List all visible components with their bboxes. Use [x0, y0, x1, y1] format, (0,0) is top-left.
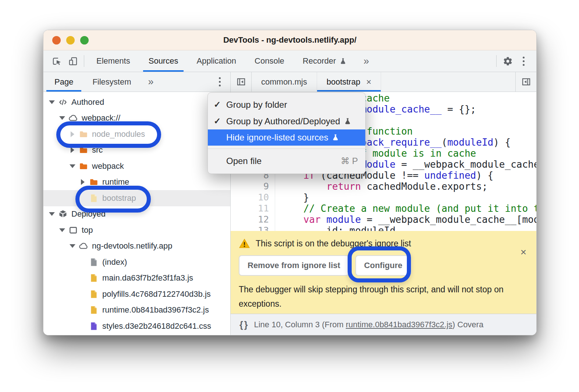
ignore-list-banner: This script is on the debugger's ignore … — [231, 231, 536, 314]
tree-item-label: styles.d3e2b24618d2c641.css — [102, 321, 211, 331]
tree-item-label: Authored — [71, 97, 104, 107]
settings-gear-icon[interactable] — [500, 50, 516, 72]
more-sidebar-tabs-icon[interactable]: » — [141, 72, 161, 92]
tree-item-authored[interactable]: Authored — [43, 94, 230, 110]
editor-tab-bootstrap[interactable]: bootstrap × — [317, 72, 381, 92]
line-number[interactable]: 9 — [231, 181, 275, 192]
tree-item-webpack[interactable]: webpack — [43, 158, 230, 174]
tree-item-webpack[interactable]: webpack:// — [43, 110, 230, 126]
tree-item-runtime-0b841bad3967f3c2-js[interactable]: runtime.0b841bad3967f3c2.js — [43, 302, 230, 318]
tree-item-label: Deployed — [71, 209, 106, 219]
folder-icon — [78, 161, 89, 171]
tree-item-label: webpack — [92, 161, 124, 171]
cloud-icon — [78, 241, 89, 251]
toolbar-divider — [84, 55, 84, 67]
tree-item-deployed[interactable]: Deployed — [43, 206, 230, 222]
tree-item-ng-devtools-netlify-app[interactable]: ng-devtools.netlify.app — [43, 238, 230, 254]
sidebar-kebab-menu-icon[interactable] — [212, 72, 227, 92]
tab-page[interactable]: Page — [45, 72, 83, 92]
pretty-print-icon[interactable]: {} — [239, 320, 249, 330]
panel-tabs: ElementsSourcesApplicationConsoleRecorde… — [87, 50, 356, 72]
checkmark-icon: ✓ — [214, 100, 226, 110]
tree-item-label: top — [82, 225, 93, 235]
menu-item-group-by-folder[interactable]: ✓Group by folder — [208, 96, 365, 113]
more-panels-icon[interactable]: » — [356, 50, 376, 72]
expander-down-icon[interactable] — [47, 100, 57, 104]
expander-right-icon[interactable] — [68, 147, 77, 153]
show-debugger-panel-icon[interactable] — [515, 72, 536, 92]
configure-button[interactable]: Configure — [355, 255, 411, 276]
expander-down-icon[interactable] — [57, 228, 67, 232]
code-line-11: 11 // Create a new module (and put it in… — [231, 203, 536, 214]
inspect-icon[interactable] — [49, 50, 65, 72]
line-number[interactable]: 12 — [231, 214, 275, 225]
code-line-13: 13 id: moduleId, — [231, 225, 536, 231]
editor-tab-label: common.mjs — [261, 77, 307, 87]
tree-item-bootstrap[interactable]: bootstrap — [43, 190, 230, 206]
tab-filesystem[interactable]: Filesystem — [83, 72, 141, 92]
tree-item-src[interactable]: src — [43, 142, 230, 158]
expander-down-icon[interactable] — [68, 244, 77, 248]
expander-down-icon[interactable] — [57, 116, 67, 120]
line-number[interactable]: 11 — [231, 203, 275, 214]
banner-description: The debugger will skip stepping through … — [239, 282, 522, 311]
expander-down-icon[interactable] — [47, 212, 57, 216]
code-text: return cachedModule.exports; — [275, 181, 488, 192]
tree-item-top[interactable]: top — [43, 222, 230, 238]
cursor-position: Line 10, Column 3 — [254, 320, 320, 329]
editor-tabstrip: common.mjs bootstrap × — [231, 72, 536, 92]
tree-item-label: main.da63f7b2fe3f1fa3.js — [102, 273, 193, 283]
banner-close-icon[interactable]: × — [521, 247, 526, 257]
toolbar-divider — [496, 55, 497, 67]
kebab-menu-icon[interactable] — [516, 50, 531, 72]
tree-item-node-modules[interactable]: node_modules — [43, 126, 230, 142]
expander-right-icon[interactable] — [68, 131, 77, 137]
tree-item-main-da63f7b2fe3f1fa3-js[interactable]: main.da63f7b2fe3f1fa3.js — [43, 270, 230, 286]
tab-sources[interactable]: Sources — [139, 50, 188, 72]
file-gray-icon — [88, 257, 99, 267]
expander-down-icon[interactable] — [68, 164, 77, 168]
editor-tab-common-mjs[interactable]: common.mjs — [252, 72, 317, 92]
tree-item-runtime[interactable]: runtime — [43, 174, 230, 190]
checkmark-icon: ✓ — [214, 116, 226, 126]
tree-item-label: node_modules — [92, 129, 145, 139]
code-icon — [57, 97, 68, 107]
statusbar-suffix: ) Covera — [452, 320, 483, 329]
close-tab-icon[interactable]: × — [366, 78, 371, 86]
editor-tab-label: bootstrap — [327, 77, 360, 87]
line-number[interactable]: 13 — [231, 225, 275, 231]
tab-label: Sources — [149, 56, 178, 66]
tree-item-index[interactable]: (index) — [43, 254, 230, 270]
tree-item-label: src — [92, 145, 103, 155]
tree-item-styles-d3e2b24618d2c641-css[interactable]: styles.d3e2b24618d2c641.css — [43, 318, 230, 334]
experiment-flask-icon — [339, 57, 347, 65]
collapse-sidebar-icon[interactable] — [231, 72, 252, 92]
tab-recorder[interactable]: Recorder — [294, 50, 356, 72]
source-map-link[interactable]: runtime.0b841bad3967f3c2.js — [346, 320, 452, 329]
menu-item-group-by-authored-deployed[interactable]: ✓Group by Authored/Deployed — [208, 113, 365, 129]
banner-title: This script is on the debugger's ignore … — [256, 239, 411, 249]
source-map-prefix: (From — [320, 320, 346, 329]
tab-label: Console — [255, 56, 284, 66]
device-toolbar-icon[interactable] — [65, 50, 81, 72]
code-text: } — [275, 192, 309, 203]
menu-item-hide-ignore-listed-sources[interactable]: Hide ignore-listed sources — [208, 129, 365, 146]
tab-elements[interactable]: Elements — [87, 50, 139, 72]
tab-application[interactable]: Application — [187, 50, 245, 72]
tree-item-label: runtime.0b841bad3967f3c2.js — [102, 305, 209, 315]
tab-console[interactable]: Console — [245, 50, 294, 72]
tree-item-label: polyfills.4c768d7122740d3b.js — [102, 289, 211, 299]
menu-shortcut: ⌘ P — [341, 156, 358, 166]
expander-right-icon[interactable] — [78, 179, 88, 185]
tree-item-polyfills-4c768d7122740d3b-js[interactable]: polyfills.4c768d7122740d3b.js — [43, 286, 230, 302]
menu-separator — [208, 149, 365, 149]
remove-from-ignore-list-button[interactable]: Remove from ignore list — [239, 255, 349, 276]
experiment-flask-icon — [331, 133, 340, 142]
folder-icon — [88, 177, 99, 187]
menu-item-open-file[interactable]: Open file⌘ P — [208, 153, 365, 169]
editor-statusbar: {} Line 10, Column 3 (From runtime.0b841… — [231, 314, 536, 335]
line-number[interactable]: 10 — [231, 192, 275, 203]
code-text: var module = __webpack_module_cache__[mo… — [275, 214, 536, 225]
file-yellow-icon — [88, 305, 99, 315]
experiment-flask-icon — [344, 117, 352, 125]
